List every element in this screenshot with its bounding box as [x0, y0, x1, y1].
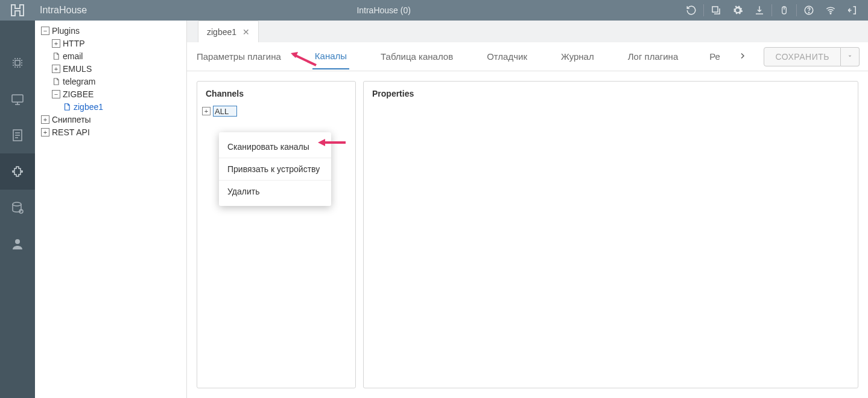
- context-menu-scan[interactable]: Сканировать каналы: [219, 136, 331, 158]
- mouse-icon[interactable]: [773, 0, 795, 21]
- subtab-log[interactable]: Лог плагина: [626, 44, 681, 69]
- window-title: IntraHouse (0): [87, 5, 680, 15]
- rail-item-user[interactable]: [0, 226, 35, 262]
- subtab-partial[interactable]: Ре: [709, 44, 723, 69]
- file-icon: [52, 52, 60, 60]
- svg-rect-0: [712, 7, 718, 12]
- subtab-debugger[interactable]: Отладчик: [484, 44, 530, 69]
- subtabs: Параметры плагина Каналы Таблица каналов…: [187, 42, 868, 71]
- expand-icon[interactable]: +: [202, 107, 211, 115]
- content-area: zigbee1 ✕ Параметры плагина Каналы Табли…: [187, 21, 868, 398]
- app-title: IntraHouse: [35, 5, 87, 16]
- context-menu: Сканировать каналы Привязать к устройств…: [219, 132, 331, 206]
- context-menu-delete[interactable]: Удалить: [219, 180, 331, 202]
- expand-icon[interactable]: +: [41, 115, 49, 124]
- channels-panel-title: Channels: [197, 82, 355, 106]
- gear-icon[interactable]: [727, 0, 749, 21]
- subtab-journal[interactable]: Журнал: [559, 44, 597, 69]
- tree-item-telegram[interactable]: telegram: [35, 75, 186, 88]
- panels-area: Channels + ALL Сканировать каналы Привяз…: [187, 71, 868, 398]
- channels-root-label[interactable]: ALL: [213, 106, 237, 117]
- tab-zigbee1[interactable]: zigbee1 ✕: [198, 21, 259, 42]
- wifi-icon[interactable]: [820, 0, 841, 21]
- rail-item-document[interactable]: [0, 117, 35, 153]
- app-logo-icon: [9, 2, 26, 18]
- chevron-right-icon[interactable]: [738, 51, 747, 62]
- properties-panel: Properties: [363, 81, 858, 388]
- rail-item-plugins[interactable]: [0, 153, 35, 190]
- tree-item-zigbee1[interactable]: zigbee1: [35, 100, 186, 113]
- context-menu-bind[interactable]: Привязать к устройству: [219, 158, 331, 180]
- expand-icon[interactable]: +: [52, 39, 60, 48]
- file-icon: [63, 103, 71, 111]
- properties-panel-title: Properties: [364, 82, 858, 106]
- file-icon: [52, 77, 60, 86]
- tree-item-zigbee[interactable]: − ZIGBEE: [35, 88, 186, 100]
- refresh-icon[interactable]: [680, 0, 702, 21]
- rail-item-dashboard[interactable]: [0, 45, 35, 81]
- svg-point-4: [808, 12, 809, 13]
- subtab-table[interactable]: Таблица каналов: [378, 44, 455, 69]
- tree-item-email[interactable]: email: [35, 50, 186, 62]
- channels-panel: Channels + ALL Сканировать каналы Привяз…: [197, 81, 356, 388]
- tree-item-snippets[interactable]: + Сниппеты: [35, 113, 186, 126]
- tab-label: zigbee1: [207, 27, 236, 37]
- collapse-icon[interactable]: −: [41, 27, 49, 35]
- left-rail: [0, 21, 35, 398]
- tree-root-plugins[interactable]: − Plugins: [35, 24, 186, 37]
- save-button[interactable]: СОХРАНИТЬ: [764, 47, 841, 66]
- close-icon[interactable]: ✕: [242, 27, 250, 37]
- download-icon[interactable]: [749, 0, 770, 21]
- help-icon[interactable]: [798, 0, 820, 21]
- save-dropdown-button[interactable]: [841, 47, 860, 66]
- tree-item-http[interactable]: + HTTP: [35, 37, 186, 50]
- svg-point-11: [15, 239, 20, 244]
- rail-item-database[interactable]: [0, 190, 35, 226]
- logo-area: [0, 2, 35, 18]
- separator: [703, 4, 704, 16]
- channels-root-row[interactable]: + ALL: [202, 106, 350, 117]
- expand-icon[interactable]: +: [52, 65, 60, 73]
- expand-icon[interactable]: +: [41, 128, 49, 136]
- tree-item-emuls[interactable]: + EMULS: [35, 62, 186, 75]
- tabstrip: zigbee1 ✕: [187, 21, 868, 42]
- svg-point-9: [13, 202, 21, 206]
- rail-item-monitor[interactable]: [0, 81, 35, 117]
- save-button-group: СОХРАНИТЬ: [764, 47, 860, 66]
- svg-rect-7: [12, 95, 23, 102]
- collapse-icon[interactable]: −: [52, 90, 60, 98]
- svg-rect-6: [15, 60, 20, 65]
- subtab-params[interactable]: Параметры плагина: [194, 44, 284, 69]
- topbar: IntraHouse IntraHouse (0): [0, 0, 868, 21]
- logout-icon[interactable]: [841, 0, 863, 21]
- tree-item-restapi[interactable]: + REST API: [35, 126, 186, 138]
- subtab-channels[interactable]: Каналы: [312, 43, 349, 69]
- svg-point-5: [830, 13, 831, 14]
- separator: [796, 4, 797, 16]
- tree-panel: − Plugins + HTTP email + EMULS telegram …: [35, 21, 187, 398]
- topbar-actions: [680, 0, 868, 21]
- separator: [771, 4, 772, 16]
- export-icon[interactable]: [705, 0, 727, 21]
